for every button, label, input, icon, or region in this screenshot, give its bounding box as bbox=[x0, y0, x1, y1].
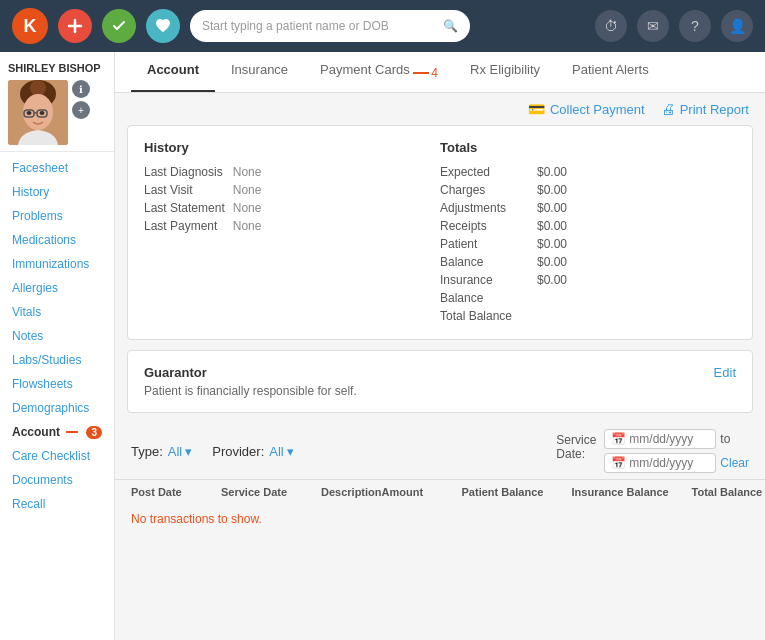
sidebar-label: Documents bbox=[12, 473, 73, 487]
sidebar-label: Demographics bbox=[12, 401, 89, 415]
tab-insurance[interactable]: Insurance bbox=[215, 52, 304, 92]
tab-patient-alerts[interactable]: Patient Alerts bbox=[556, 52, 665, 92]
tab-account[interactable]: Account bbox=[131, 52, 215, 92]
sidebar-item-labs-studies[interactable]: Labs/Studies bbox=[0, 348, 114, 372]
sidebar-label: Problems bbox=[12, 209, 63, 223]
transactions-column-header: Insurance Balance bbox=[572, 486, 692, 498]
heart-button[interactable] bbox=[146, 9, 180, 43]
totals-row-value bbox=[518, 289, 573, 307]
tab-label: Rx Eligibility bbox=[470, 62, 540, 77]
guarantor-description: Patient is financially responsible for s… bbox=[144, 384, 357, 398]
scrollable-content: 💳 Collect Payment 🖨 Print Report History… bbox=[115, 93, 765, 640]
service-date-inputs: 📅 to 📅 Clear bbox=[604, 429, 749, 473]
totals-row: Insurance$0.00 bbox=[440, 271, 573, 289]
sidebar-item-problems[interactable]: Problems bbox=[0, 204, 114, 228]
history-row-label: Last Diagnosis bbox=[144, 163, 233, 181]
history-row-value: None bbox=[233, 163, 270, 181]
totals-row-label: Balance bbox=[440, 253, 518, 271]
provider-filter: Provider: All ▾ bbox=[212, 444, 293, 459]
type-filter: Type: All ▾ bbox=[131, 444, 192, 459]
sidebar-item-immunizations[interactable]: Immunizations bbox=[0, 252, 114, 276]
patient-avatar-row: ℹ + bbox=[8, 80, 106, 145]
top-nav: K Start typing a patient name or DOB 🔍 ⏱… bbox=[0, 0, 765, 52]
totals-row: Balance$0.00 bbox=[440, 253, 573, 271]
guarantor-edit-link[interactable]: Edit bbox=[714, 365, 736, 380]
sidebar-item-vitals[interactable]: Vitals bbox=[0, 300, 114, 324]
checklist-button[interactable] bbox=[102, 9, 136, 43]
search-placeholder-text: Start typing a patient name or DOB bbox=[202, 19, 389, 33]
sidebar-item-care-checklist[interactable]: Care Checklist bbox=[0, 444, 114, 468]
content-area: AccountInsurancePayment Cards 4Rx Eligib… bbox=[115, 52, 765, 640]
app-logo[interactable]: K bbox=[12, 8, 48, 44]
print-report-button[interactable]: 🖨 Print Report bbox=[661, 101, 749, 117]
help-icon-btn[interactable]: ? bbox=[679, 10, 711, 42]
sidebar-label: Immunizations bbox=[12, 257, 89, 271]
no-transactions-message: No transactions to show. bbox=[115, 504, 765, 534]
sidebar-item-allergies[interactable]: Allergies bbox=[0, 276, 114, 300]
sidebar-item-flowsheets[interactable]: Flowsheets bbox=[0, 372, 114, 396]
date-to-wrapper: 📅 bbox=[604, 453, 716, 473]
totals-row-value: $0.00 bbox=[518, 163, 573, 181]
service-date-label: ServiceDate: bbox=[556, 429, 596, 461]
user-icon-btn[interactable]: 👤 bbox=[721, 10, 753, 42]
date-to-input[interactable] bbox=[629, 456, 709, 470]
totals-row-value: $0.00 bbox=[518, 199, 573, 217]
sidebar-item-notes[interactable]: Notes bbox=[0, 324, 114, 348]
tab-payment-cards[interactable]: Payment Cards 4 bbox=[304, 52, 454, 92]
credit-card-icon: 💳 bbox=[528, 101, 545, 117]
history-row: Last DiagnosisNone bbox=[144, 163, 269, 181]
date-from-wrapper: 📅 bbox=[604, 429, 716, 449]
provider-select[interactable]: All ▾ bbox=[269, 444, 293, 459]
sidebar-item-medications[interactable]: Medications bbox=[0, 228, 114, 252]
sidebar-label: Notes bbox=[12, 329, 43, 343]
sidebar-item-demographics[interactable]: Demographics bbox=[0, 396, 114, 420]
sidebar-item-account[interactable]: Account3 bbox=[0, 420, 114, 444]
totals-row: Receipts$0.00 bbox=[440, 217, 573, 235]
guarantor-info: Guarantor Patient is financially respons… bbox=[144, 365, 357, 398]
totals-row-value: $0.00 bbox=[518, 253, 573, 271]
totals-row-label: Expected bbox=[440, 163, 518, 181]
type-select[interactable]: All ▾ bbox=[168, 444, 192, 459]
sidebar-item-documents[interactable]: Documents bbox=[0, 468, 114, 492]
sidebar-item-history[interactable]: History bbox=[0, 180, 114, 204]
sidebar-item-facesheet[interactable]: Facesheet bbox=[0, 156, 114, 180]
totals-row-value: $0.00 bbox=[518, 181, 573, 199]
add-button[interactable] bbox=[58, 9, 92, 43]
history-row: Last StatementNone bbox=[144, 199, 269, 217]
transactions-column-header: Post Date bbox=[131, 486, 221, 498]
sidebar-label: Vitals bbox=[12, 305, 41, 319]
info-button[interactable]: ℹ bbox=[72, 80, 90, 98]
patient-avatar bbox=[8, 80, 68, 145]
add-info-button[interactable]: + bbox=[72, 101, 90, 119]
history-icon-btn[interactable]: ⏱ bbox=[595, 10, 627, 42]
chevron-down-icon-2: ▾ bbox=[287, 444, 294, 459]
history-row-label: Last Statement bbox=[144, 199, 233, 217]
totals-row: Expected$0.00 bbox=[440, 163, 573, 181]
totals-title: Totals bbox=[440, 140, 736, 155]
mail-icon-btn[interactable]: ✉ bbox=[637, 10, 669, 42]
totals-row-label: Adjustments bbox=[440, 199, 518, 217]
svg-point-2 bbox=[30, 80, 46, 96]
sidebar-item-recall[interactable]: Recall bbox=[0, 492, 114, 516]
sidebar: SHIRLEY BISHOP bbox=[0, 52, 115, 640]
calendar-icon-2: 📅 bbox=[611, 456, 626, 470]
sidebar-label: Medications bbox=[12, 233, 76, 247]
tab-bar: AccountInsurancePayment Cards 4Rx Eligib… bbox=[115, 52, 765, 93]
transactions-column-header: Description bbox=[321, 486, 382, 498]
clear-date-button[interactable]: Clear bbox=[720, 456, 749, 470]
search-bar[interactable]: Start typing a patient name or DOB 🔍 bbox=[190, 10, 470, 42]
account-toolbar: 💳 Collect Payment 🖨 Print Report bbox=[115, 93, 765, 125]
date-from-input[interactable] bbox=[629, 432, 709, 446]
history-row-value: None bbox=[233, 181, 270, 199]
transactions-column-header: Patient Balance bbox=[462, 486, 572, 498]
transactions-header: Post DateService DateDescriptionAmountPa… bbox=[115, 479, 765, 504]
search-icon: 🔍 bbox=[443, 19, 458, 33]
sidebar-nav: FacesheetHistoryProblemsMedicationsImmun… bbox=[0, 152, 114, 630]
totals-row-value: $0.00 bbox=[518, 217, 573, 235]
tab-rx-eligibility[interactable]: Rx Eligibility bbox=[454, 52, 556, 92]
service-date-filter: ServiceDate: 📅 to 📅 bbox=[556, 429, 749, 473]
sidebar-label: Account bbox=[12, 425, 60, 439]
totals-row-value: $0.00 bbox=[518, 235, 573, 253]
tab-label: Account bbox=[147, 62, 199, 77]
collect-payment-button[interactable]: 💳 Collect Payment bbox=[528, 101, 645, 117]
